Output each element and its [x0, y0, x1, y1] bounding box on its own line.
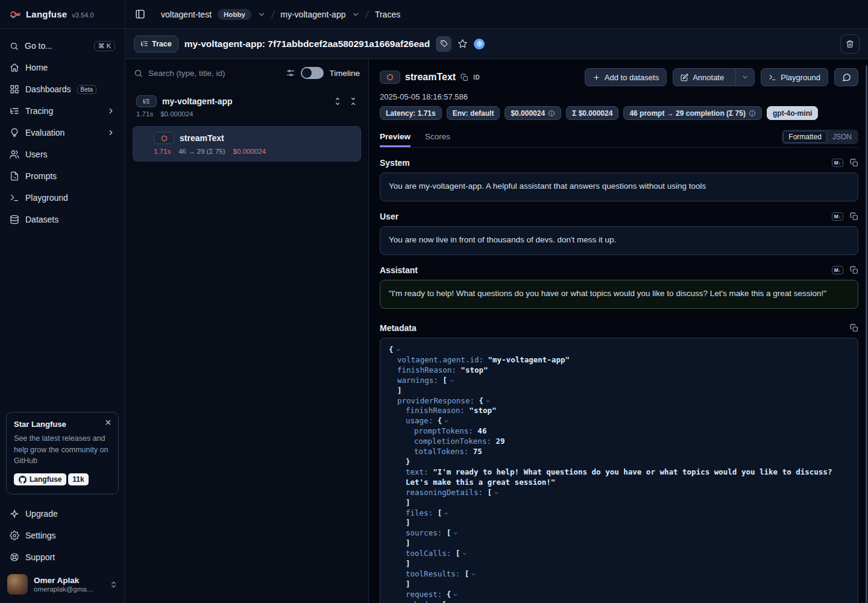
json-line: usage: {: [382, 416, 849, 426]
sidebar-item-home[interactable]: Home: [5, 57, 120, 78]
annotate-button[interactable]: Annotate: [673, 69, 731, 86]
comment-button[interactable]: [834, 68, 858, 86]
github-star-button[interactable]: Langfuse: [14, 473, 66, 485]
tab-preview[interactable]: Preview: [380, 132, 410, 147]
json-collapse-chevron-icon[interactable]: [444, 511, 449, 516]
info-icon[interactable]: [548, 110, 555, 117]
markdown-toggle-icon[interactable]: M↓: [832, 266, 843, 274]
json-line: files: [: [382, 508, 849, 519]
tree-node-streamtext[interactable]: streamText 1.71s 46 → 29 (Σ 75) $0.00002…: [133, 126, 361, 162]
chevron-down-icon[interactable]: [257, 10, 266, 19]
sidebar-item-dashboards[interactable]: Dashboards Beta: [5, 78, 120, 100]
user-menu[interactable]: Omer Aplak omeraplak@gmail....: [0, 568, 125, 603]
breadcrumb-section[interactable]: Traces: [375, 10, 400, 19]
favorite-star-icon[interactable]: [458, 39, 468, 49]
trace-header-bar: Trace my-voltagent-app: 7f71abbdcef2aa58…: [125, 29, 868, 59]
metric-badge--0-000024: Σ $0.000024: [566, 106, 618, 120]
sidebar-item-evaluation[interactable]: Evaluation: [5, 122, 120, 144]
goto-button[interactable]: Go to... ⌘ K: [5, 35, 120, 57]
delete-trace-button[interactable]: [840, 34, 860, 54]
json-line: finishReason: "stop": [382, 365, 849, 376]
sidebar-item-label: Home: [25, 63, 48, 72]
copy-icon[interactable]: [850, 266, 858, 274]
copy-icon[interactable]: [850, 324, 858, 332]
user-name: Omer Aplak: [34, 576, 94, 586]
section-system-header: System M↓: [380, 158, 858, 168]
app-header: Langfuse v3.54.0: [0, 0, 125, 29]
view-settings-icon[interactable]: [286, 68, 295, 78]
add-to-datasets-button[interactable]: Add to datasets: [585, 68, 667, 86]
json-line: completionTokens: 29: [382, 437, 849, 447]
child-cost: $0.000024: [233, 148, 266, 155]
sidebar-item-datasets[interactable]: Datasets: [5, 209, 120, 230]
chat-bubble-icon: [842, 73, 851, 82]
json-line: body: {: [382, 600, 849, 603]
json-collapse-chevron-icon[interactable]: [462, 551, 467, 557]
tracing-icon: [10, 106, 19, 116]
metric-badge--0-000024: $0.000024: [505, 106, 561, 120]
sidebar-item-users[interactable]: Users: [5, 144, 120, 165]
sidebar-item-playground[interactable]: Playground: [5, 187, 120, 209]
scrollbar[interactable]: [866, 65, 867, 603]
observation-timestamp: 2025-05-05 18:16:57.586: [380, 92, 858, 101]
section-title: Metadata: [380, 323, 417, 333]
json-collapse-chevron-icon[interactable]: [471, 572, 476, 577]
tab-scores[interactable]: Scores: [425, 132, 450, 147]
sidebar-item-support[interactable]: Support: [5, 546, 120, 568]
system-message-box: You are my-voltagent-app. A helpful assi…: [380, 172, 858, 201]
collapse-all-icon[interactable]: [349, 97, 357, 106]
breadcrumb-project[interactable]: voltagent-test: [161, 10, 212, 19]
format-json[interactable]: JSON: [827, 131, 857, 143]
section-user-header: User M↓: [380, 212, 858, 221]
json-collapse-chevron-icon[interactable]: [453, 531, 458, 536]
copy-icon[interactable]: [850, 212, 858, 221]
format-formatted[interactable]: Formatted: [783, 131, 827, 143]
sidebar-item-label: Settings: [25, 531, 56, 540]
markdown-toggle-icon[interactable]: M↓: [832, 212, 843, 221]
timeline-toggle[interactable]: [301, 67, 324, 79]
markdown-toggle-icon[interactable]: M↓: [832, 159, 843, 167]
json-line: ]: [382, 579, 849, 590]
trace-badge-label: Trace: [152, 40, 172, 48]
tree-root-name: my-voltagent-app: [162, 96, 233, 106]
sidebar-item-prompts[interactable]: Prompts: [5, 165, 120, 187]
id-label: ID: [473, 74, 480, 81]
playground-button[interactable]: Playground: [761, 68, 828, 86]
json-collapse-chevron-icon[interactable]: [395, 347, 401, 353]
prompts-icon: [10, 171, 19, 181]
json-collapse-chevron-icon[interactable]: [494, 490, 499, 496]
sidebar-footer-nav: Upgrade Settings Support: [0, 499, 125, 568]
info-icon[interactable]: [749, 110, 756, 117]
annotate-label: Annotate: [693, 73, 724, 82]
public-globe-icon[interactable]: [474, 39, 485, 49]
add-to-datasets-label: Add to datasets: [605, 73, 659, 82]
copy-icon[interactable]: [850, 159, 858, 167]
search-icon: [10, 42, 19, 51]
sidebar-item-upgrade[interactable]: Upgrade: [5, 503, 120, 525]
plan-badge[interactable]: Hobby: [218, 9, 251, 20]
langfuse-logo-icon: [10, 10, 21, 19]
json-collapse-chevron-icon[interactable]: [485, 399, 491, 404]
json-collapse-chevron-icon[interactable]: [449, 378, 454, 384]
tag-icon[interactable]: [436, 36, 451, 52]
json-collapse-chevron-icon[interactable]: [453, 592, 458, 598]
chevron-down-icon[interactable]: [351, 10, 360, 19]
app-version: v3.54.0: [72, 11, 93, 19]
home-icon: [10, 63, 19, 72]
sidebar-toggle-icon[interactable]: [135, 9, 145, 19]
annotate-dropdown-chevron[interactable]: [735, 69, 754, 86]
sidebar-item-label: Upgrade: [25, 509, 58, 519]
breadcrumb-app[interactable]: my-voltagent-app: [280, 10, 345, 19]
json-line: voltagent.agent.id: "my-voltagent-app": [382, 355, 849, 365]
terminal-icon: [769, 74, 776, 81]
copy-id-icon[interactable]: [461, 74, 468, 81]
sidebar-item-settings[interactable]: Settings: [5, 525, 120, 546]
close-icon[interactable]: [104, 418, 112, 426]
breadcrumb-divider: /: [271, 9, 275, 20]
tree-node-root[interactable]: my-voltagent-app: [133, 94, 361, 109]
json-collapse-chevron-icon[interactable]: [444, 418, 449, 424]
search-input[interactable]: Search (type, title, id): [148, 69, 280, 78]
expand-all-icon[interactable]: [333, 97, 342, 106]
user-email: omeraplak@gmail....: [34, 586, 94, 593]
sidebar-item-tracing[interactable]: Tracing: [5, 100, 120, 122]
